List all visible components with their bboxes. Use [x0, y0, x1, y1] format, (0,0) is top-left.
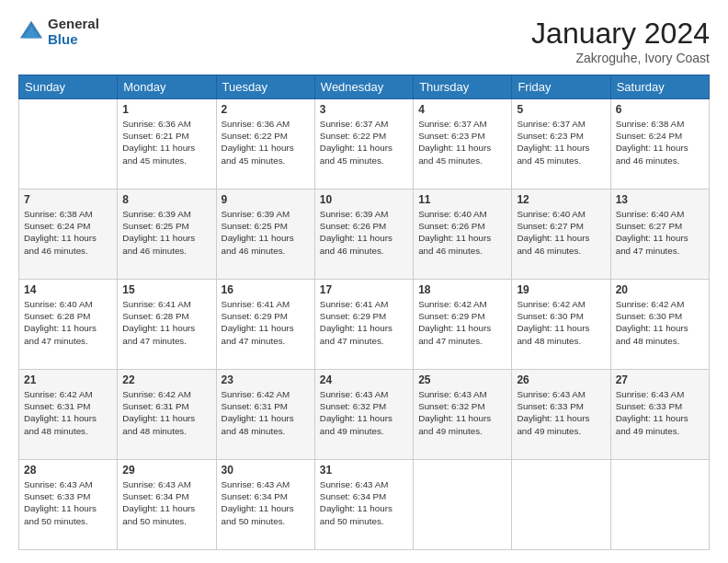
day-number: 2 [222, 103, 310, 116]
day-number: 13 [616, 193, 704, 206]
calendar-cell: 14Sunrise: 6:40 AMSunset: 6:28 PMDayligh… [19, 280, 118, 370]
day-info: Sunrise: 6:43 AMSunset: 6:34 PMDaylight:… [222, 478, 310, 527]
day-number: 30 [222, 464, 310, 477]
week-row-4: 28Sunrise: 6:43 AMSunset: 6:33 PMDayligh… [19, 460, 710, 550]
day-info: Sunrise: 6:43 AMSunset: 6:34 PMDaylight:… [320, 478, 408, 527]
calendar-cell: 5Sunrise: 6:37 AMSunset: 6:23 PMDaylight… [512, 99, 610, 190]
day-info: Sunrise: 6:36 AMSunset: 6:21 PMDaylight:… [122, 118, 210, 167]
day-info: Sunrise: 6:43 AMSunset: 6:34 PMDaylight:… [122, 478, 210, 527]
day-number: 25 [418, 373, 506, 386]
day-info: Sunrise: 6:43 AMSunset: 6:32 PMDaylight:… [320, 388, 408, 437]
day-info: Sunrise: 6:41 AMSunset: 6:29 PMDaylight:… [222, 298, 310, 347]
calendar-cell: 25Sunrise: 6:43 AMSunset: 6:32 PMDayligh… [414, 370, 512, 460]
calendar-cell [414, 460, 512, 550]
calendar-cell: 19Sunrise: 6:42 AMSunset: 6:30 PMDayligh… [512, 280, 610, 370]
logo-blue: Blue [48, 32, 99, 48]
week-row-0: 1Sunrise: 6:36 AMSunset: 6:21 PMDaylight… [19, 99, 710, 190]
day-info: Sunrise: 6:37 AMSunset: 6:23 PMDaylight:… [517, 118, 605, 167]
day-number: 31 [320, 464, 408, 477]
calendar-cell: 29Sunrise: 6:43 AMSunset: 6:34 PMDayligh… [118, 460, 216, 550]
day-number: 17 [320, 283, 408, 296]
week-row-2: 14Sunrise: 6:40 AMSunset: 6:28 PMDayligh… [19, 280, 710, 370]
logo-text: General Blue [48, 17, 99, 47]
calendar-cell: 20Sunrise: 6:42 AMSunset: 6:30 PMDayligh… [610, 280, 709, 370]
calendar-cell: 3Sunrise: 6:37 AMSunset: 6:22 PMDaylight… [314, 99, 413, 190]
day-number: 12 [517, 193, 605, 206]
col-header-thursday: Thursday [414, 75, 512, 99]
day-number: 4 [418, 103, 506, 116]
day-info: Sunrise: 6:40 AMSunset: 6:26 PMDaylight:… [418, 208, 506, 257]
day-number: 20 [616, 283, 704, 296]
col-header-sunday: Sunday [19, 75, 118, 99]
day-number: 21 [24, 373, 112, 386]
col-header-monday: Monday [118, 75, 216, 99]
day-info: Sunrise: 6:43 AMSunset: 6:33 PMDaylight:… [517, 388, 605, 437]
day-info: Sunrise: 6:42 AMSunset: 6:31 PMDaylight:… [222, 388, 310, 437]
col-header-saturday: Saturday [610, 75, 709, 99]
calendar-cell: 8Sunrise: 6:39 AMSunset: 6:25 PMDaylight… [118, 190, 216, 280]
subtitle: Zakroguhe, Ivory Coast [531, 51, 710, 65]
calendar-cell: 21Sunrise: 6:42 AMSunset: 6:31 PMDayligh… [19, 370, 118, 460]
week-row-3: 21Sunrise: 6:42 AMSunset: 6:31 PMDayligh… [19, 370, 710, 460]
day-number: 18 [418, 283, 506, 296]
col-header-friday: Friday [512, 75, 610, 99]
calendar-cell: 12Sunrise: 6:40 AMSunset: 6:27 PMDayligh… [512, 190, 610, 280]
day-number: 28 [24, 464, 112, 477]
day-info: Sunrise: 6:42 AMSunset: 6:29 PMDaylight:… [418, 298, 506, 347]
day-number: 6 [616, 103, 704, 116]
day-number: 8 [122, 193, 210, 206]
calendar-cell [19, 99, 118, 190]
calendar-cell: 4Sunrise: 6:37 AMSunset: 6:23 PMDaylight… [414, 99, 512, 190]
day-number: 3 [320, 103, 408, 116]
day-info: Sunrise: 6:41 AMSunset: 6:29 PMDaylight:… [320, 298, 408, 347]
day-info: Sunrise: 6:38 AMSunset: 6:24 PMDaylight:… [616, 118, 704, 167]
col-header-tuesday: Tuesday [216, 75, 314, 99]
day-number: 26 [517, 373, 605, 386]
day-number: 29 [122, 464, 210, 477]
day-info: Sunrise: 6:37 AMSunset: 6:23 PMDaylight:… [418, 118, 506, 167]
day-info: Sunrise: 6:37 AMSunset: 6:22 PMDaylight:… [320, 118, 408, 167]
calendar-cell: 22Sunrise: 6:42 AMSunset: 6:31 PMDayligh… [118, 370, 216, 460]
calendar-cell [512, 460, 610, 550]
calendar-cell: 23Sunrise: 6:42 AMSunset: 6:31 PMDayligh… [216, 370, 314, 460]
day-info: Sunrise: 6:39 AMSunset: 6:25 PMDaylight:… [122, 208, 210, 257]
calendar-cell: 1Sunrise: 6:36 AMSunset: 6:21 PMDaylight… [118, 99, 216, 190]
page: General Blue January 2024 Zakroguhe, Ivo… [0, 0, 728, 563]
col-header-wednesday: Wednesday [314, 75, 413, 99]
calendar-cell: 15Sunrise: 6:41 AMSunset: 6:28 PMDayligh… [118, 280, 216, 370]
calendar-cell: 24Sunrise: 6:43 AMSunset: 6:32 PMDayligh… [314, 370, 413, 460]
day-info: Sunrise: 6:42 AMSunset: 6:30 PMDaylight:… [616, 298, 704, 347]
day-number: 11 [418, 193, 506, 206]
logo-icon [18, 19, 44, 45]
calendar-cell: 10Sunrise: 6:39 AMSunset: 6:26 PMDayligh… [314, 190, 413, 280]
header-row: SundayMondayTuesdayWednesdayThursdayFrid… [19, 75, 710, 99]
day-info: Sunrise: 6:39 AMSunset: 6:25 PMDaylight:… [222, 208, 310, 257]
day-number: 22 [122, 373, 210, 386]
day-number: 10 [320, 193, 408, 206]
day-number: 7 [24, 193, 112, 206]
calendar-cell: 27Sunrise: 6:43 AMSunset: 6:33 PMDayligh… [610, 370, 709, 460]
logo: General Blue [18, 17, 99, 47]
day-number: 23 [222, 373, 310, 386]
main-title: January 2024 [531, 17, 710, 51]
day-info: Sunrise: 6:40 AMSunset: 6:27 PMDaylight:… [616, 208, 704, 257]
day-number: 24 [320, 373, 408, 386]
header: General Blue January 2024 Zakroguhe, Ivo… [18, 17, 710, 65]
logo-general: General [48, 17, 99, 32]
calendar-cell: 28Sunrise: 6:43 AMSunset: 6:33 PMDayligh… [19, 460, 118, 550]
calendar-cell: 13Sunrise: 6:40 AMSunset: 6:27 PMDayligh… [610, 190, 709, 280]
day-number: 14 [24, 283, 112, 296]
calendar-cell: 31Sunrise: 6:43 AMSunset: 6:34 PMDayligh… [314, 460, 413, 550]
week-row-1: 7Sunrise: 6:38 AMSunset: 6:24 PMDaylight… [19, 190, 710, 280]
calendar-cell [610, 460, 709, 550]
day-info: Sunrise: 6:41 AMSunset: 6:28 PMDaylight:… [122, 298, 210, 347]
calendar-cell: 11Sunrise: 6:40 AMSunset: 6:26 PMDayligh… [414, 190, 512, 280]
calendar-cell: 2Sunrise: 6:36 AMSunset: 6:22 PMDaylight… [216, 99, 314, 190]
calendar-cell: 17Sunrise: 6:41 AMSunset: 6:29 PMDayligh… [314, 280, 413, 370]
calendar-cell: 18Sunrise: 6:42 AMSunset: 6:29 PMDayligh… [414, 280, 512, 370]
calendar-cell: 7Sunrise: 6:38 AMSunset: 6:24 PMDaylight… [19, 190, 118, 280]
title-block: January 2024 Zakroguhe, Ivory Coast [531, 17, 710, 65]
day-info: Sunrise: 6:36 AMSunset: 6:22 PMDaylight:… [222, 118, 310, 167]
calendar-cell: 9Sunrise: 6:39 AMSunset: 6:25 PMDaylight… [216, 190, 314, 280]
day-info: Sunrise: 6:43 AMSunset: 6:32 PMDaylight:… [418, 388, 506, 437]
